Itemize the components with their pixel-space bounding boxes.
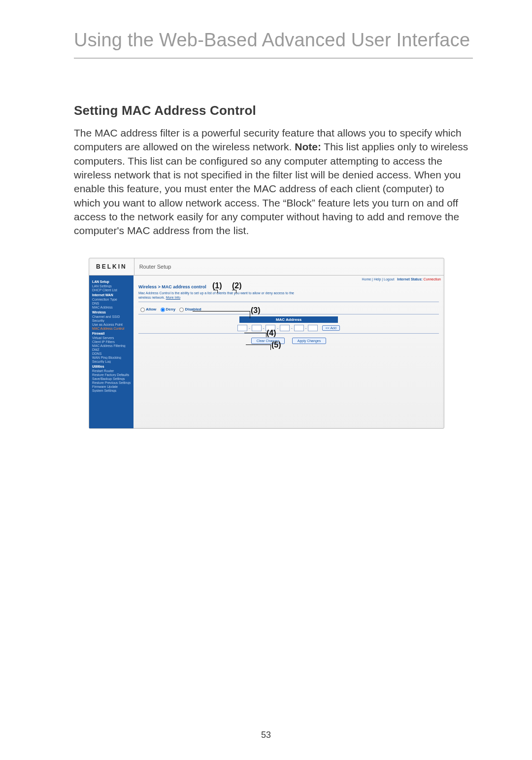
dash-icon: - [249,326,250,330]
link-home[interactable]: Home [362,277,371,281]
status-label: Internet Status: [397,277,422,281]
sidebar-item[interactable]: Use as Access Point [92,323,131,326]
sidebar-item-mac-control[interactable]: MAC Address Control [92,327,131,330]
page-number: 53 [261,730,271,740]
radio-allow-input[interactable] [140,308,145,312]
add-button[interactable]: << Add [322,325,340,331]
sidebar-item[interactable]: DDNS [92,352,131,355]
ui-brand: Router Setup [134,264,171,270]
dash-icon: - [277,326,278,330]
dash-icon: - [305,326,307,330]
sidebar-item[interactable]: DHCP Client List [92,288,131,292]
sidebar-item[interactable]: WAN Ping Blocking [92,356,131,359]
body-note-label: Note: [295,141,321,152]
sidebar-item[interactable]: Client IP Filters [92,340,131,344]
dash-icon: - [291,326,293,330]
mac-octet-input[interactable] [294,325,304,331]
ui-main: Home | Help | Logout Internet Status: Co… [133,276,444,428]
radio-deny-label: Deny [166,307,176,311]
divider [138,333,439,334]
sidebar-item[interactable]: System Settings [92,389,131,392]
radio-deny-input[interactable] [161,308,165,312]
link-logout[interactable]: Logout [384,277,394,281]
callout-5: (5) [271,341,281,349]
callout-4: (4) [266,329,276,338]
status-value: Connection [424,277,441,281]
more-info-link[interactable]: More Info [166,296,181,299]
page-title: Using the Web-Based Advanced User Interf… [74,30,473,59]
sidebar-item[interactable]: DNS [92,302,131,305]
mac-address-row: - - - - - << Add [138,325,439,331]
ui-top-links: Home | Help | Logout Internet Status: Co… [362,277,441,281]
sidebar-item[interactable]: Channel and SSID [92,315,131,318]
ui-body: LAN Setup LAN Settings DHCP Client List … [89,276,444,428]
sidebar-item[interactable]: Security Log [92,360,131,363]
leader-line [246,345,271,350]
radio-allow-label: Allow [146,307,156,311]
radio-deny[interactable]: Deny [161,307,176,311]
sidebar-item[interactable]: MAC Address Filtering [92,344,131,347]
sidebar-item[interactable]: Restart Router [92,369,131,373]
sidebar: LAN Setup LAN Settings DHCP Client List … [89,276,133,428]
divider [138,314,439,314]
sidebar-group-wireless: Wireless [92,311,131,314]
sidebar-item[interactable]: Restore Factory Defaults [92,373,131,377]
callout-2: (2) [232,281,242,290]
link-help[interactable]: Help [374,277,381,281]
sidebar-group-utilities: Utilities [92,365,131,368]
leader-line [193,311,250,318]
ui-description: Mac Address Control is the ability to se… [138,291,306,300]
sidebar-item[interactable]: Virtual Servers [92,336,131,340]
mode-radio-group: Allow Deny Disabled [140,307,439,312]
belkin-logo: BELKIN [89,258,134,275]
action-bar: Clear Changes Apply Changes [138,338,439,344]
sidebar-item[interactable]: LAN Settings [92,284,131,288]
mac-octet-input[interactable] [280,325,290,331]
leader-line [213,290,218,293]
sidebar-item[interactable]: MAC Address [92,306,131,309]
sidebar-item[interactable]: Restore Previous Settings [92,381,131,384]
sidebar-item[interactable]: Firmware Update [92,385,131,388]
sidebar-group-firewall: Firewall [92,332,131,335]
mac-octet-input[interactable] [237,325,247,331]
breadcrumb: Wireless > MAC address control [138,284,439,289]
sidebar-group-wan: Internet WAN [92,293,131,297]
mac-address-header: MAC Address [239,316,338,323]
body-rest: This list applies only to wireless compu… [74,141,468,236]
sidebar-item[interactable]: Connection Type [92,298,131,301]
sidebar-item[interactable]: Save/Backup Settings [92,377,131,380]
body-text: The MAC address filter is a powerful sec… [74,126,473,238]
sidebar-item[interactable]: DMZ [92,348,131,351]
radio-disabled-input[interactable] [179,308,184,312]
callout-1: (1) [212,281,222,290]
dash-icon: - [263,326,265,330]
router-ui-screenshot: BELKIN Router Setup LAN Setup LAN Settin… [89,258,444,429]
leader-line [244,333,266,337]
sidebar-item[interactable]: Security [92,319,131,322]
callout-3: (3) [251,306,261,315]
mac-octet-input[interactable] [308,325,318,331]
ui-header: BELKIN Router Setup [89,258,444,276]
mac-octet-input[interactable] [252,325,262,331]
sidebar-group-lan: LAN Setup [92,280,131,283]
section-title: Setting MAC Address Control [74,103,473,118]
apply-changes-button[interactable]: Apply Changes [292,338,326,344]
leader-line [232,290,236,293]
radio-allow[interactable]: Allow [140,307,156,311]
divider [138,302,439,302]
document-page: Using the Web-Based Advanced User Interf… [0,0,532,760]
